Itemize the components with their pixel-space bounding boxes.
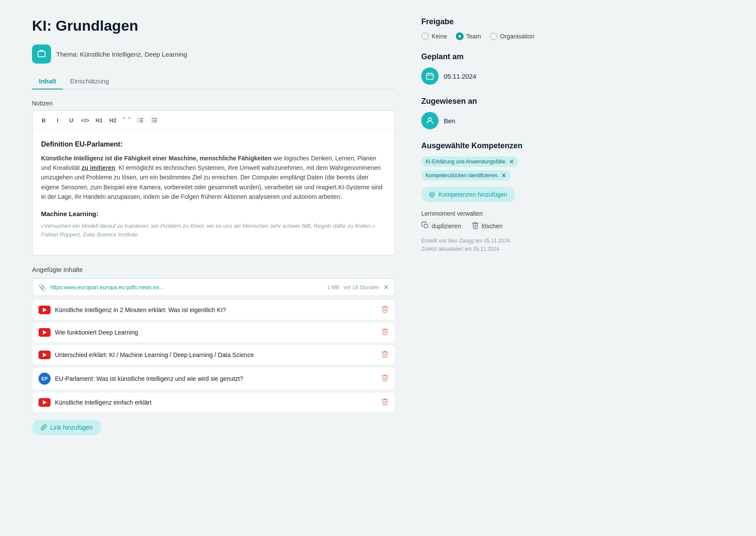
- svg-rect-0: [38, 51, 45, 57]
- media-delete-1[interactable]: [381, 328, 389, 337]
- editor-body[interactable]: Definition EU-Parlament: Künstliche Inte…: [32, 130, 395, 255]
- media-title-3: EU-Parlament: Was ist künstliche Intelli…: [55, 375, 377, 382]
- h1-button[interactable]: H1: [93, 114, 105, 126]
- geplant-section: Geplant am 05.11.2024: [421, 52, 551, 85]
- geplant-title: Geplant am: [421, 52, 551, 61]
- radio-keine[interactable]: [421, 32, 429, 40]
- notes-label: Notizen: [32, 100, 395, 107]
- calendar-icon: [421, 67, 439, 85]
- editor-toolbar: B I U </> H1 H2 " " 1.2.3.: [32, 111, 395, 130]
- attachment-close-button[interactable]: ✕: [383, 283, 389, 291]
- editor-section2-title: Machine Learning:: [41, 209, 386, 219]
- list-unordered-button[interactable]: [148, 114, 160, 126]
- svg-point-9: [152, 120, 153, 121]
- svg-rect-13: [427, 73, 433, 79]
- bold-button[interactable]: B: [38, 114, 50, 126]
- paperclip-icon: 📎: [38, 284, 46, 291]
- h2-button[interactable]: H2: [107, 114, 119, 126]
- assign-row: Ben: [421, 112, 551, 129]
- date-row: 05.11.2024: [421, 67, 551, 85]
- manage-actions: duplizieren löschen: [421, 221, 551, 231]
- media-delete-0[interactable]: [381, 305, 389, 315]
- meta-text: Erstellt von Ben Zaugg am 05.11.2024.Zul…: [421, 237, 551, 253]
- media-delete-4[interactable]: [381, 398, 389, 407]
- media-item-1: Wie funktioniert Deep Learning: [32, 322, 395, 343]
- notes-editor: B I U </> H1 H2 " " 1.2.3. Definition EU…: [32, 110, 395, 255]
- tab-inhalt[interactable]: Inhalt: [32, 74, 63, 89]
- freigabe-keine[interactable]: Keine: [421, 32, 447, 40]
- freigabe-organisation[interactable]: Organisation: [490, 32, 534, 40]
- topic-label: Thema: Künstliche Intelligenz, Deep Lear…: [56, 51, 187, 58]
- svg-point-7: [152, 118, 153, 119]
- list-ordered-button[interactable]: 1.2.3.: [135, 114, 147, 126]
- media-title-2: Unterschied erklärt: KI / Machine Learni…: [55, 351, 377, 358]
- italic-button[interactable]: I: [51, 114, 64, 126]
- radio-organisation[interactable]: [490, 32, 497, 40]
- manage-label: Lernmoment verwalten: [421, 210, 551, 217]
- kompetenz-tag-1: Kompetenzlücken identifizieren. ✕: [421, 170, 511, 181]
- media-item-2: Unterschied erklärt: KI / Machine Learni…: [32, 345, 395, 365]
- attachment-size: 1 MB: [327, 284, 340, 290]
- attached-label: Angefügte Inhalte: [32, 266, 395, 273]
- duplicate-icon: [421, 221, 429, 231]
- underline-button[interactable]: U: [65, 114, 77, 126]
- media-title-1: Wie funktioniert Deep Learning: [55, 329, 377, 336]
- tab-einschaetzung[interactable]: Einschätzung: [63, 74, 116, 89]
- delete-button[interactable]: löschen: [471, 221, 503, 231]
- zugewiesen-section: Zugewiesen an Ben: [421, 97, 551, 129]
- sidebar: Freigabe Keine Team Organisation Geplant…: [421, 17, 551, 435]
- trash-icon: [471, 221, 479, 231]
- kompetenzen-title: Ausgewählte Kompetenzen: [421, 141, 551, 150]
- attachment-file: 📎 https:www.europarl.europa.eu:pdfs:news…: [32, 278, 395, 296]
- youtube-icon: [38, 328, 51, 337]
- add-kompetenz-button[interactable]: Kompetenzen hinzufügen: [421, 187, 515, 202]
- svg-text:3.: 3.: [138, 121, 139, 123]
- quote-button[interactable]: " ": [121, 114, 133, 126]
- media-title-4: Künstliche Intelligenz einfach erklärt: [55, 399, 377, 406]
- kompetenz-remove-1[interactable]: ✕: [501, 172, 506, 179]
- media-item-4: Künstliche Intelligenz einfach erklärt: [32, 392, 395, 413]
- media-delete-3[interactable]: [381, 374, 389, 383]
- youtube-icon: [38, 306, 51, 314]
- attachment-time: vor 19 Stunden: [344, 284, 379, 290]
- media-item-0: Künstliche Intelligenz in 2 Minuten erkl…: [32, 300, 395, 320]
- duplicate-button[interactable]: duplizieren: [421, 221, 461, 231]
- radio-team[interactable]: [456, 32, 464, 40]
- avatar: [421, 112, 439, 129]
- tabs: Inhalt Einschätzung: [32, 74, 395, 89]
- editor-section1-title: Definition EU-Parlament:: [41, 139, 386, 150]
- freigabe-radio-group: Keine Team Organisation: [421, 32, 551, 40]
- media-title-0: Künstliche Intelligenz in 2 Minuten erkl…: [55, 306, 377, 313]
- media-item-3: EP EU-Parlament: Was ist künstliche Inte…: [32, 367, 395, 390]
- zugewiesen-title: Zugewiesen an: [421, 97, 551, 106]
- kompetenzen-section: Ausgewählte Kompetenzen KI-Erklärung und…: [421, 141, 551, 253]
- editor-section2-quote: «Versuchen ein Modell darauf zu trainier…: [41, 222, 386, 240]
- code-button[interactable]: </>: [79, 114, 91, 126]
- add-link-button[interactable]: Link hinzufügen: [32, 420, 101, 435]
- freigabe-team[interactable]: Team: [456, 32, 481, 40]
- media-delete-2[interactable]: [381, 350, 389, 360]
- youtube-icon: [38, 351, 51, 359]
- svg-rect-21: [424, 224, 428, 228]
- media-list: Künstliche Intelligenz in 2 Minuten erkl…: [32, 300, 395, 413]
- kompetenz-remove-0[interactable]: ✕: [509, 159, 514, 165]
- kompetenz-tag-0: KI-Erklärung und Anwendungsfälle. ✕: [421, 156, 519, 167]
- page-title: KI: Grundlagen: [32, 17, 395, 34]
- svg-point-11: [152, 121, 153, 122]
- svg-point-17: [429, 118, 432, 121]
- freigabe-title: Freigabe: [421, 17, 551, 26]
- kompetenz-tags: KI-Erklärung und Anwendungsfälle. ✕ Komp…: [421, 156, 551, 181]
- attachment-url[interactable]: https:www.europarl.europa.eu:pdfs:news:e…: [50, 284, 323, 290]
- freigabe-section: Freigabe Keine Team Organisation: [421, 17, 551, 40]
- web-icon: EP: [38, 373, 51, 385]
- topic-icon: [32, 45, 51, 64]
- assigned-name: Ben: [444, 117, 455, 124]
- geplant-date: 05.11.2024: [444, 73, 476, 80]
- editor-section1-text: Künstliche Intelligenz ist die Fähigkeit…: [41, 153, 386, 202]
- youtube-icon: [38, 398, 51, 407]
